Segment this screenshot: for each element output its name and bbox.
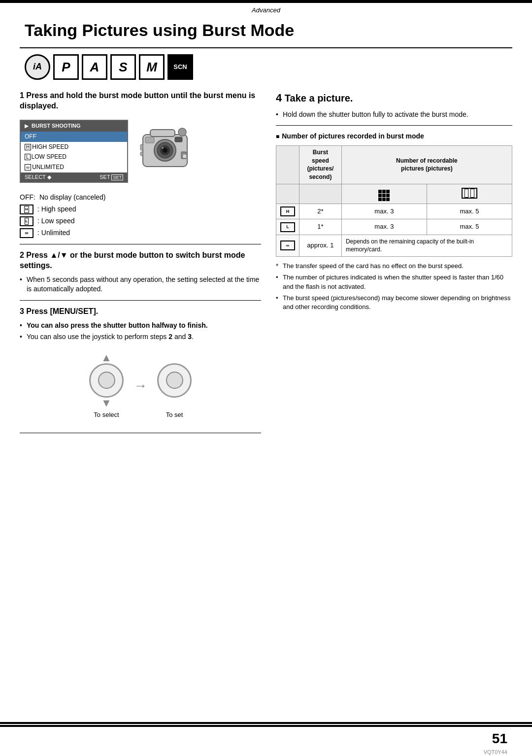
icon-desc-unlimited: ∞ : Unlimited [20, 228, 261, 238]
step2-bullets: When 5 seconds pass without any operatio… [20, 275, 261, 294]
row-low-val2: max. 5 [427, 219, 512, 235]
bottom-row: 51 [0, 727, 532, 748]
low-desc: : Low speed [37, 216, 75, 226]
menu-footer: SELECT ◆ SET SET [21, 172, 127, 182]
row-unlimited-desc: Depends on the remaining capacity of the… [341, 235, 512, 257]
step3-bullet1: You can also press the shutter button ha… [20, 321, 261, 331]
high-desc: : High speed [37, 205, 76, 214]
menu-title: ▶ BURST SHOOTING [21, 121, 127, 131]
footnotes: The transfer speed of the card has no ef… [276, 262, 512, 311]
joystick-inner-select [98, 372, 115, 389]
header-label: Advanced [0, 3, 532, 16]
page-number: 51 [492, 729, 507, 748]
table-row-high: H 2* max. 3 max. 5 [276, 204, 512, 219]
bottom-section: 51 VQT0Y44 [0, 722, 532, 756]
camera-illustration: ⊞ [135, 120, 200, 179]
step2-divider [20, 300, 261, 301]
col-empty-sub [276, 184, 299, 204]
to-select-label: To select [94, 411, 119, 419]
version-code: VQT0Y44 [0, 749, 532, 756]
film-icon [462, 188, 477, 199]
svg-rect-11 [140, 152, 143, 156]
icon-desc-high: H : High speed [20, 205, 261, 214]
mode-icon-ia: iA [25, 54, 50, 80]
row-unlimited-speed: approx. 1 [299, 235, 342, 257]
menu-footer-set: SET SET [100, 173, 123, 181]
menu-item-high: HHIGH SPEED [21, 142, 127, 152]
unlimited-burst-icon: ∞ [280, 241, 295, 250]
mode-icon-m: M [139, 54, 165, 80]
burst-table: Burst speed(pictures/second) Number of r… [276, 145, 512, 257]
row-high-icon: H [276, 204, 299, 219]
mode-icon-a: A [82, 54, 107, 80]
svg-rect-6 [150, 130, 175, 137]
col-speed-sub [299, 184, 342, 204]
row-high-speed: 2* [299, 204, 342, 219]
step1-divider [20, 244, 261, 244]
svg-point-4 [163, 148, 167, 153]
svg-rect-7 [145, 137, 154, 143]
joystick-select-group: ▲ ▼ To select [89, 352, 124, 419]
joystick-diagram: ▲ ▼ To select → To set [20, 345, 261, 427]
burst-table-heading: Number of pictures recorded in burst mod… [276, 132, 512, 141]
off-desc: No display (canceled) [39, 193, 106, 203]
step3-heading: 3 Press [MENU/SET]. [20, 307, 261, 317]
step4-heading: 4 Take a picture. [276, 91, 512, 106]
step1-heading: 1 Press and hold the burst mode button u… [20, 91, 261, 111]
menu-item-off: OFF [21, 132, 127, 142]
arrow-right: → [133, 376, 147, 395]
mode-icon-p: P [53, 54, 79, 80]
camera-svg: ⊞ [138, 122, 197, 176]
svg-rect-8 [175, 137, 182, 142]
film-left [465, 189, 468, 198]
step3-bullet2: You can also use the joystick to perform… [20, 332, 261, 342]
unlimited-desc: : Unlimited [37, 228, 70, 238]
joystick-inner-set [166, 372, 183, 389]
table-row-low: L 1* max. 3 max. 5 [276, 219, 512, 235]
svg-rect-10 [140, 144, 143, 150]
col-recordable-header: Number of recordablepictures (pictures) [341, 145, 512, 184]
arrow-up: ▲ [101, 352, 112, 363]
arrow-down: ▼ [101, 398, 112, 409]
card-grid-icon [378, 190, 390, 201]
step4-bullet1: Hold down the shutter button fully to ac… [276, 110, 512, 120]
svg-text:⊞: ⊞ [183, 154, 187, 159]
burst-menu: ▶ BURST SHOOTING OFF HHIGH SPEED LLOW SP… [20, 120, 128, 183]
burst-table-heading-text: Number of pictures recorded in burst mod… [282, 132, 424, 141]
step3-bullets: You can also press the shutter button ha… [20, 321, 261, 342]
high-burst-icon: H [280, 206, 295, 216]
step4-num: 4 [276, 92, 282, 104]
low-burst-icon: L [280, 222, 295, 232]
row-low-speed: 1* [299, 219, 342, 235]
icon-desc-off: OFF: No display (canceled) [20, 193, 261, 203]
step3-divider [20, 433, 261, 433]
mode-icon-s: S [110, 54, 136, 80]
left-column: 1 Press and hold the burst mode button u… [20, 86, 261, 439]
menu-item-low: LLOW SPEED [21, 152, 127, 162]
step4-bullets: Hold down the shutter button fully to ac… [276, 110, 512, 120]
icon-desc-low: L : Low speed [20, 216, 261, 226]
joystick-circle-set [157, 363, 192, 398]
high-speed-icon: H [20, 205, 33, 214]
off-label: OFF: [20, 193, 35, 203]
footnote-star: The transfer speed of the card has no ef… [276, 262, 512, 271]
row-high-val1: max. 3 [341, 204, 427, 219]
menu-with-camera: ▶ BURST SHOOTING OFF HHIGH SPEED LLOW SP… [20, 115, 261, 188]
footnote-1: The number of pictures indicated is when… [276, 273, 512, 291]
col-speed-header: Burst speed(pictures/second) [299, 145, 342, 184]
menu-footer-select: SELECT ◆ [25, 173, 51, 181]
unlimited-icon: ∞ [20, 228, 33, 238]
mode-icons-row: iA P A S M SCN [0, 48, 532, 86]
low-speed-icon: L [20, 216, 33, 226]
row-low-val1: max. 3 [341, 219, 427, 235]
joystick-set-group: To set [157, 352, 192, 419]
row-unlimited-icon: ∞ [276, 235, 299, 257]
film-right [470, 189, 474, 198]
row-low-icon: L [276, 219, 299, 235]
right-column: 4 Take a picture. Hold down the shutter … [276, 86, 512, 439]
footnote-2: The burst speed (pictures/second) may be… [276, 294, 512, 311]
main-content: 1 Press and hold the burst mode button u… [0, 86, 532, 439]
svg-point-5 [162, 147, 164, 149]
mode-icon-scn: SCN [167, 54, 193, 80]
col-icon-header [276, 145, 299, 184]
